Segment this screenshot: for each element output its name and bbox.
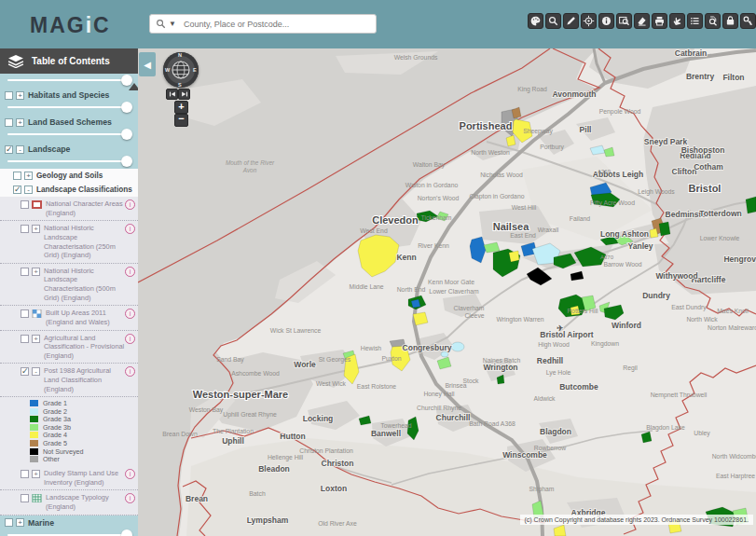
expander-toggle[interactable]: + [16, 518, 24, 527]
map-label: Bristol Airport [540, 330, 593, 339]
toc-layer-landscape-typology-england-[interactable]: Landscape Typology (England)i [0, 490, 138, 515]
opacity-slider[interactable] [6, 529, 132, 536]
compass-control[interactable]: NE SW [163, 52, 199, 88]
next-extent-button[interactable] [178, 89, 190, 100]
map-label: Nicholas Wood [480, 172, 523, 178]
layers-icon [7, 54, 24, 68]
expander-toggle[interactable]: - [24, 186, 33, 194]
layer-checkbox[interactable] [5, 118, 13, 127]
layer-checkbox[interactable] [13, 186, 21, 194]
map-label: Weston-super-Mare [193, 389, 288, 400]
map-label: Ashcombe Wood [231, 370, 280, 377]
layer-checkbox[interactable] [21, 367, 29, 376]
expander-toggle[interactable]: + [16, 91, 24, 100]
print-button[interactable] [652, 13, 667, 29]
scroll-up-icon[interactable] [129, 83, 138, 90]
info-icon[interactable]: i [125, 493, 135, 503]
map-label: Congresbury [403, 343, 452, 352]
info-icon[interactable]: i [125, 309, 135, 319]
measure-button[interactable] [563, 13, 579, 29]
group-label: Habitats and Species [28, 90, 109, 100]
map-label: Rowberrow [534, 445, 566, 451]
search-box[interactable]: ▼ [149, 14, 377, 34]
toc-group-marine[interactable]: +Marine [0, 515, 138, 529]
locate-button[interactable] [581, 13, 597, 29]
annotate-button[interactable] [669, 13, 685, 29]
expander-toggle[interactable]: + [32, 268, 40, 276]
slider-thumb[interactable] [121, 129, 132, 140]
clear-button[interactable] [634, 13, 650, 29]
expander-toggle[interactable]: + [16, 118, 24, 127]
opacity-slider[interactable] [6, 155, 132, 167]
map-label: Nempnett Thrubwell [651, 392, 708, 399]
basket-button[interactable] [722, 13, 738, 29]
previous-extent-button[interactable] [166, 89, 178, 100]
info-icon[interactable]: i [125, 224, 135, 234]
search-scope-dropdown-icon[interactable]: ▼ [169, 20, 176, 28]
info-icon[interactable]: i [125, 469, 135, 479]
layer-checkbox[interactable] [21, 200, 29, 209]
layer-checkbox[interactable] [21, 309, 29, 318]
toc-layer-post-1988-agricultural-land-classificati[interactable]: -Post 1988 Agricultural Land Classificat… [0, 364, 138, 397]
map-label: Old River Axe [318, 520, 357, 527]
site-check-button[interactable] [705, 13, 721, 29]
info-icon[interactable]: i [125, 267, 135, 277]
expander-toggle[interactable]: - [32, 367, 40, 376]
info-icon[interactable]: i [125, 366, 135, 377]
map-label: Clapton in Gordano [470, 193, 525, 200]
map-label: Blagdon Lake [646, 424, 685, 432]
toc-group-landscape[interactable]: -Landscape [0, 142, 138, 155]
toc-group-habitats-and-species[interactable]: +Habitats and Species [0, 88, 138, 101]
expander-toggle[interactable]: + [32, 335, 40, 343]
zoom-in-button[interactable]: + [174, 101, 188, 114]
zoom-tools-button[interactable] [545, 13, 561, 29]
layer-checkbox[interactable] [13, 172, 21, 180]
sidebar-collapse-button[interactable]: ◀ [139, 52, 156, 76]
slider-thumb[interactable] [121, 529, 132, 536]
info-icon[interactable]: i [125, 334, 135, 344]
layer-checkbox[interactable] [5, 91, 13, 100]
map-label: Cotham [694, 162, 723, 172]
zoom-out-button[interactable]: − [174, 114, 188, 127]
layer-checkbox[interactable] [21, 225, 29, 233]
layer-checkbox[interactable] [21, 494, 29, 502]
toc-layer-national-historic-landscape-characterisa[interactable]: +National Historic Landscape Characteris… [0, 221, 138, 264]
drawing-tools-button[interactable] [528, 13, 543, 29]
slider-thumb[interactable] [121, 102, 132, 113]
layer-list-button[interactable] [687, 13, 703, 29]
map-label: Naines Batch [483, 357, 521, 364]
toc-layer-agricultural-land-classification-provisi[interactable]: +Agricultural Land Classification - Prov… [0, 331, 138, 364]
map-label: Christon Plantation [299, 447, 353, 454]
toc-layer-dudley-stamp-land-use-inventory-england-[interactable]: +Dudley Stamp Land Use Inventory (Englan… [0, 466, 138, 490]
opacity-slider[interactable] [6, 128, 132, 140]
toc-layer-national-historic-landscape-characterisa[interactable]: +National Historic Landscape Characteris… [0, 264, 138, 307]
identify-button[interactable] [598, 13, 614, 29]
feature-query-button[interactable] [616, 13, 632, 29]
layer-checkbox[interactable] [5, 145, 13, 154]
expander-toggle[interactable]: + [24, 172, 33, 180]
layer-checkbox[interactable] [5, 518, 13, 527]
expander-toggle[interactable]: + [32, 470, 40, 478]
info-icon[interactable]: i [125, 199, 135, 210]
toc-subgroup-landscape-classifications[interactable]: -Landscape Classifications [0, 183, 138, 197]
search-input[interactable] [182, 19, 370, 30]
layer-checkbox[interactable] [21, 268, 29, 276]
opacity-slider[interactable] [6, 74, 132, 86]
opacity-slider[interactable] [6, 101, 132, 113]
layer-label: Landscape Typology (England) [46, 493, 125, 511]
layer-checkbox[interactable] [21, 470, 29, 478]
legend-swatch [30, 400, 38, 406]
map-label: Maes Knoll [717, 308, 749, 314]
toc-subgroup-geology-and-soils[interactable]: +Geology and Soils [0, 169, 138, 183]
expander-toggle[interactable]: + [32, 225, 40, 233]
expander-toggle[interactable]: - [16, 145, 24, 154]
access-key-button[interactable] [740, 13, 756, 29]
layer-checkbox[interactable] [21, 335, 29, 343]
map-viewport[interactable]: ✈ Weston-super-MareClevedonNailseaBristo… [138, 48, 756, 536]
toc-group-land-based-schemes[interactable]: +Land Based Schemes [0, 115, 138, 128]
toc-layer-national-character-areas-england-[interactable]: National Character Areas (England)i [0, 197, 138, 221]
toc-layer-built-up-areas-2011-england-and-wales-[interactable]: Built Up Areas 2011 (England and Wales)i [0, 306, 138, 330]
slider-thumb[interactable] [121, 156, 132, 167]
map-label: Hutton [280, 432, 305, 441]
map-label: Lower Knowle [700, 235, 740, 241]
